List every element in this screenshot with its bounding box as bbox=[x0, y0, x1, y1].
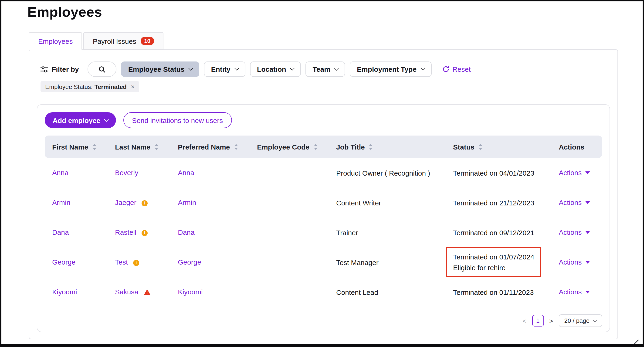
filter-label: Team bbox=[313, 65, 330, 73]
sort-icon bbox=[154, 144, 158, 150]
info-icon[interactable]: i bbox=[133, 260, 139, 266]
preferred-name-link[interactable]: Anna bbox=[178, 168, 194, 176]
status-line: Terminated on 21/12/2023 bbox=[453, 197, 559, 208]
status-line: Eligible for rehire bbox=[453, 262, 534, 273]
active-filters-row: Employee Status: Terminated × bbox=[40, 81, 606, 92]
last-name-link[interactable]: Beverly bbox=[115, 168, 138, 176]
info-icon[interactable]: i bbox=[142, 230, 148, 236]
status-cell: Terminated on 04/01/2023 bbox=[453, 168, 559, 178]
employees-panel: Filter by Employee Status Entity L bbox=[29, 49, 618, 339]
preferred-name-link[interactable]: George bbox=[178, 258, 201, 266]
column-header-actions: Actions bbox=[559, 143, 595, 151]
chevron-down-icon bbox=[290, 66, 295, 70]
table-body: Anna Beverly Anna Product Owner ( Recogn… bbox=[45, 158, 602, 307]
chevron-down-icon bbox=[234, 66, 239, 70]
next-page-button[interactable]: > bbox=[548, 317, 554, 324]
job-title-cell: Product Owner ( Recognition ) bbox=[336, 169, 453, 177]
column-label: First Name bbox=[52, 143, 88, 151]
column-header-last-name[interactable]: Last Name bbox=[115, 143, 178, 151]
caret-down-icon bbox=[585, 231, 590, 234]
filter-chip-label: Employee Status: bbox=[45, 83, 93, 90]
column-header-preferred-name[interactable]: Preferred Name bbox=[178, 143, 257, 151]
search-button[interactable] bbox=[88, 62, 117, 77]
status-line: Terminated on 09/12/2021 bbox=[453, 227, 559, 238]
last-name-link[interactable]: Jaeger bbox=[115, 198, 136, 206]
table-header: First NameLast NamePreferred NameEmploye… bbox=[45, 136, 602, 158]
column-header-first-name[interactable]: First Name bbox=[52, 143, 115, 151]
job-title-cell: Trainer bbox=[336, 228, 453, 236]
preferred-name-link[interactable]: Dana bbox=[178, 228, 195, 236]
last-name-link[interactable]: Rastell bbox=[115, 228, 136, 236]
send-invitations-label: Send invitations to new users bbox=[132, 116, 223, 124]
filter-entity-button[interactable]: Entity bbox=[204, 62, 245, 77]
add-employee-label: Add employee bbox=[52, 116, 100, 124]
table-row: Dana Rastell i Dana Trainer Terminated o… bbox=[45, 218, 602, 247]
sort-icon bbox=[314, 144, 317, 150]
job-title-cell: Test Manager bbox=[336, 258, 453, 266]
column-label: Employee Code bbox=[257, 143, 310, 151]
reset-filters-button[interactable]: Reset bbox=[439, 65, 473, 74]
preferred-name-link[interactable]: Armin bbox=[178, 198, 196, 206]
status-cell: Terminated on 01/07/2024Eligible for reh… bbox=[446, 247, 541, 277]
filter-location-button[interactable]: Location bbox=[250, 62, 301, 77]
status-line: Terminated on 01/07/2024 bbox=[453, 252, 534, 262]
preferred-name-link[interactable]: Kiyoomi bbox=[178, 288, 203, 296]
current-page-button[interactable]: 1 bbox=[532, 315, 544, 326]
first-name-link[interactable]: Dana bbox=[52, 228, 69, 236]
sort-icon bbox=[92, 144, 96, 150]
status-cell: Terminated on 09/12/2021 bbox=[453, 227, 559, 238]
tab-employees[interactable]: Employees bbox=[29, 32, 82, 50]
actions-label: Actions bbox=[559, 198, 582, 206]
filter-team-button[interactable]: Team bbox=[306, 62, 345, 77]
filter-by-text: Filter by bbox=[52, 65, 79, 73]
sort-icon bbox=[369, 144, 373, 150]
tab-payroll-issues[interactable]: Payroll Issues 10 bbox=[83, 32, 163, 50]
job-title-cell: Content Lead bbox=[336, 288, 453, 296]
row-actions-button[interactable]: Actions bbox=[559, 288, 590, 296]
chevron-down-icon bbox=[188, 66, 193, 70]
add-employee-button[interactable]: Add employee bbox=[45, 112, 116, 128]
column-label: Last Name bbox=[115, 143, 150, 151]
last-name-link[interactable]: Sakusa bbox=[115, 288, 138, 296]
chevron-down-icon bbox=[104, 117, 108, 122]
status-line: Terminated on 04/01/2023 bbox=[453, 168, 559, 178]
page-size-select[interactable]: 20 / page bbox=[559, 314, 602, 327]
column-label: Actions bbox=[559, 143, 584, 151]
refresh-icon bbox=[442, 66, 449, 73]
row-actions-button[interactable]: Actions bbox=[559, 198, 590, 206]
payroll-issues-count-badge: 10 bbox=[140, 37, 154, 45]
warning-icon[interactable]: ! bbox=[144, 289, 151, 295]
table-row: Kiyoomi Sakusa ! Kiyoomi Content Lead Te… bbox=[45, 277, 602, 307]
status-line: Terminated on 01/11/2023 bbox=[453, 287, 559, 298]
column-header-status[interactable]: Status bbox=[453, 143, 559, 151]
employees-card: Add employee Send invitations to new use… bbox=[37, 104, 610, 332]
chevron-down-icon bbox=[420, 66, 425, 70]
row-actions-button[interactable]: Actions bbox=[559, 258, 590, 266]
chevron-down-icon bbox=[334, 66, 339, 70]
column-header-job-title[interactable]: Job Title bbox=[336, 143, 453, 151]
first-name-link[interactable]: Armin bbox=[52, 198, 70, 206]
filter-employment-type-button[interactable]: Employment Type bbox=[350, 62, 432, 77]
actions-label: Actions bbox=[559, 168, 582, 176]
row-actions-button[interactable]: Actions bbox=[559, 168, 590, 176]
info-icon[interactable]: i bbox=[142, 200, 148, 206]
status-cell: Terminated on 01/11/2023 bbox=[453, 287, 559, 298]
sort-icon bbox=[479, 144, 482, 150]
sliders-icon bbox=[40, 66, 48, 72]
filter-label: Employment Type bbox=[357, 65, 416, 73]
filter-employee-status-button[interactable]: Employee Status bbox=[121, 62, 200, 77]
column-header-employee-code[interactable]: Employee Code bbox=[257, 143, 336, 151]
last-name-link[interactable]: Test bbox=[115, 258, 128, 266]
first-name-link[interactable]: Kiyoomi bbox=[52, 288, 77, 296]
tab-bar: Employees Payroll Issues 10 bbox=[29, 32, 642, 50]
send-invitations-button[interactable]: Send invitations to new users bbox=[123, 112, 232, 128]
first-name-link[interactable]: George bbox=[52, 258, 76, 266]
prev-page-button[interactable]: < bbox=[522, 317, 527, 324]
search-icon bbox=[98, 66, 106, 73]
filter-label: Employee Status bbox=[128, 65, 185, 73]
first-name-link[interactable]: Anna bbox=[52, 168, 68, 176]
close-icon[interactable]: × bbox=[131, 83, 134, 90]
reset-label: Reset bbox=[452, 65, 470, 73]
row-actions-button[interactable]: Actions bbox=[559, 228, 590, 236]
tab-label: Payroll Issues bbox=[93, 37, 136, 45]
